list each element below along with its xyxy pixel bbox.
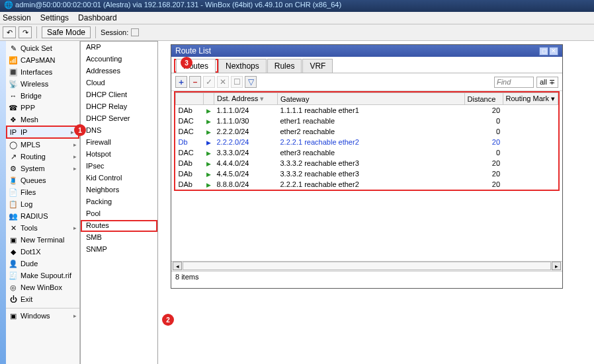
window-title-text: Route List — [175, 46, 211, 55]
table-row[interactable]: Db▶2.2.2.0/242.2.2.1 reachable ether220 — [176, 137, 558, 147]
sidebar-item-label: CAPsMAN — [21, 56, 56, 64]
filter-button[interactable]: ▽ — [245, 76, 257, 88]
submenu-ipsec[interactable]: IPsec — [81, 161, 157, 172]
sidebar-item-routing[interactable]: ↗Routing▸ — [6, 151, 79, 163]
cell-gateway: 2.2.2.1 reachable ether2 — [278, 179, 465, 190]
sidebar-item-queues[interactable]: 🧵Queues — [6, 174, 79, 186]
cell-distance: 0 — [464, 147, 503, 158]
cell-flags: DAb — [176, 105, 204, 116]
submenu-dhcp-client[interactable]: DHCP Client — [81, 89, 157, 101]
tab-vrf[interactable]: VRF — [302, 59, 333, 73]
submenu-dhcp-server[interactable]: DHCP Server — [81, 113, 157, 125]
sidebar-item-label: Bridge — [21, 92, 42, 100]
cell-gateway: ether1 reachable — [278, 116, 465, 126]
table-row[interactable]: DAb▶4.4.4.0/243.3.3.2 reachable ether320 — [176, 158, 558, 168]
table-row[interactable]: DAC▶3.3.3.0/24ether3 reachable0 — [176, 147, 558, 158]
sidebar-item-tools[interactable]: ✕Tools▸ — [6, 222, 79, 234]
submenu-hotspot[interactable]: Hotspot — [81, 149, 157, 161]
col-gateway[interactable]: Gateway — [278, 93, 465, 105]
undo-button[interactable]: ↶ — [3, 26, 16, 38]
disable-button[interactable]: ✕ — [217, 76, 229, 88]
submenu-dhcp-relay[interactable]: DHCP Relay — [81, 101, 157, 113]
main-area: ✎Quick Set📶CAPsMAN🔳Interfaces📡Wireless↔B… — [0, 41, 594, 364]
menu-dashboard[interactable]: Dashboard — [78, 13, 117, 22]
sidebar-item-mpls[interactable]: ◯MPLS▸ — [6, 139, 79, 151]
submenu-accounting[interactable]: Accounting — [81, 54, 157, 65]
scroll-right-icon[interactable]: ▸ — [552, 262, 561, 270]
col-run[interactable] — [204, 93, 214, 105]
sidebar-item-label: New WinBox — [21, 283, 62, 291]
session-checkbox[interactable] — [131, 28, 139, 36]
menu-icon: 🔳 — [9, 67, 18, 77]
menu-settings[interactable]: Settings — [40, 13, 69, 22]
sidebar-item-bridge[interactable]: ↔Bridge — [6, 90, 79, 102]
col-dst[interactable]: Dst. Address ▾ — [214, 93, 278, 105]
chevron-down-icon: ∓ — [549, 78, 555, 87]
cell-gateway: ether3 reachable — [278, 147, 465, 158]
sidebar-item-files[interactable]: 📄Files — [6, 186, 79, 198]
cell-distance: 0 — [464, 116, 503, 126]
sidebar-item-new-terminal[interactable]: ▣New Terminal — [6, 234, 79, 246]
close-icon[interactable]: ✕ — [549, 47, 558, 55]
remove-button[interactable]: － — [189, 76, 201, 88]
submenu-firewall[interactable]: Firewall — [81, 137, 157, 149]
table-row[interactable]: DAb▶1.1.1.0/241.1.1.1 reachable ether120 — [176, 105, 558, 116]
sidebar-item-dude[interactable]: 👤Dude — [6, 258, 79, 270]
submenu-addresses[interactable]: Addresses — [81, 65, 157, 77]
tab-nexthops[interactable]: Nexthops — [218, 59, 267, 73]
submenu-cloud[interactable]: Cloud — [81, 77, 157, 89]
sidebar-item-dot1x[interactable]: ◆Dot1X — [6, 246, 79, 258]
overflow-icon: ▾ — [551, 94, 555, 102]
add-button[interactable]: ＋ — [175, 76, 187, 88]
sidebar-item-ip[interactable]: IPIP▸ — [6, 126, 79, 139]
submenu-arp[interactable]: ARP — [81, 42, 157, 54]
table-row[interactable]: DAb▶4.4.5.0/243.3.3.2 reachable ether320 — [176, 168, 558, 179]
cell-dst: 2.2.2.0/24 — [214, 137, 278, 147]
sidebar-item-wireless[interactable]: 📡Wireless — [6, 78, 79, 90]
filter-select[interactable]: all ∓ — [536, 77, 558, 88]
cell-gateway: 3.3.3.2 reachable ether3 — [278, 168, 465, 179]
col-routing-mark[interactable]: Routing Mark ▾ — [503, 93, 558, 105]
table-row[interactable]: DAb▶8.8.8.0/242.2.2.1 reachable ether220 — [176, 179, 558, 190]
find-input[interactable] — [494, 77, 534, 88]
sidebar-item-interfaces[interactable]: 🔳Interfaces — [6, 66, 79, 78]
horizontal-scrollbar[interactable]: ◂ ▸ — [171, 261, 562, 271]
sidebar-item-system[interactable]: ⚙System▸ — [6, 163, 79, 174]
sidebar-item-ppp[interactable]: ☎PPP — [6, 102, 79, 114]
table-row[interactable]: DAC▶1.1.1.0/30ether1 reachable0 — [176, 116, 558, 126]
submenu-routes[interactable]: Routes — [81, 220, 157, 232]
sidebar-item-label: Dude — [21, 260, 38, 268]
col-flags[interactable] — [176, 93, 204, 105]
safe-mode-button[interactable]: Safe Mode — [42, 26, 91, 38]
sidebar-item-exit[interactable]: ⏻Exit — [6, 293, 79, 305]
comment-button[interactable]: ☐ — [231, 76, 243, 88]
menu-icon: ⏻ — [9, 295, 18, 304]
menu-session[interactable]: Session — [3, 13, 31, 22]
sidebar-item-new-winbox[interactable]: ◎New WinBox — [6, 281, 79, 293]
submenu-snmp[interactable]: SNMP — [81, 244, 157, 256]
submenu-pool[interactable]: Pool — [81, 208, 157, 220]
submenu-packing[interactable]: Packing — [81, 196, 157, 208]
sidebar-item-log[interactable]: 📋Log — [6, 198, 79, 210]
sidebar-item-mesh[interactable]: ❖Mesh — [6, 114, 79, 126]
col-distance[interactable]: Distance — [464, 93, 503, 105]
submenu-neighbors[interactable]: Neighbors — [81, 184, 157, 196]
tab-rules[interactable]: Rules — [267, 59, 302, 73]
sidebar-windows[interactable]: ▣ Windows ▸ — [6, 310, 79, 322]
scroll-left-icon[interactable]: ◂ — [173, 262, 182, 270]
sidebar-item-quick-set[interactable]: ✎Quick Set — [6, 42, 79, 54]
submenu-kid-control[interactable]: Kid Control — [81, 172, 157, 184]
minimize-icon[interactable]: ◻ — [539, 47, 548, 55]
table-row[interactable]: DAC▶2.2.2.0/24ether2 reachable0 — [176, 126, 558, 137]
enable-button[interactable]: ✓ — [203, 76, 215, 88]
cell-run: ▶ — [204, 126, 214, 137]
scroll-track[interactable] — [183, 262, 551, 270]
redo-button[interactable]: ↷ — [19, 26, 32, 38]
submenu-smb[interactable]: SMB — [81, 232, 157, 244]
window-title[interactable]: Route List ◻ ✕ — [171, 45, 562, 57]
submenu-dns[interactable]: DNS — [81, 125, 157, 137]
sidebar-item-make-supout-rif[interactable]: 🧾Make Supout.rif — [6, 270, 79, 281]
cell-routing-mark — [503, 179, 558, 190]
sidebar-item-capsman[interactable]: 📶CAPsMAN — [6, 54, 79, 66]
sidebar-item-radius[interactable]: 👥RADIUS — [6, 210, 79, 222]
